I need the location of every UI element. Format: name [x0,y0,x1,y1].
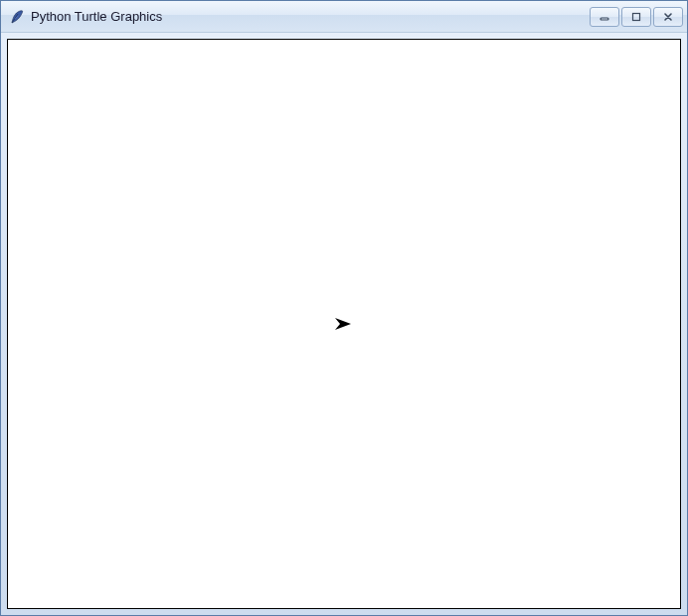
feather-icon [9,9,25,25]
turtle-canvas[interactable] [7,39,681,609]
close-icon [662,12,674,22]
application-window: Python Turtle Graphics [0,0,688,616]
minimize-icon [599,12,610,22]
window-title: Python Turtle Graphics [31,9,590,24]
turtle-cursor [334,316,354,332]
window-controls [590,7,683,27]
maximize-icon [630,12,642,22]
maximize-button[interactable] [621,7,651,27]
svg-marker-2 [335,318,351,330]
minimize-button[interactable] [590,7,619,27]
close-button[interactable] [653,7,683,27]
svg-rect-1 [633,13,640,20]
titlebar[interactable]: Python Turtle Graphics [1,1,687,33]
svg-rect-0 [601,18,608,20]
client-area [1,33,687,615]
